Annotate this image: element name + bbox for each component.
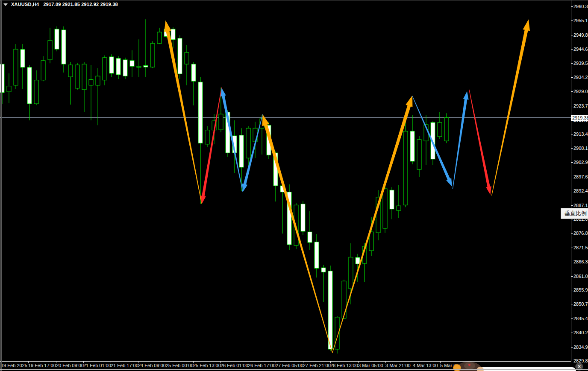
blue-arrow <box>453 91 469 189</box>
price-tick <box>571 20 573 21</box>
price-tick <box>571 290 573 290</box>
time-axis-label: 26 Feb 17:00 <box>248 363 276 368</box>
price-tick <box>571 233 573 234</box>
price-tick <box>571 333 573 333</box>
price-tick <box>571 191 573 191</box>
price-tick <box>571 205 573 206</box>
price-tick <box>571 304 573 304</box>
price-tick <box>571 49 573 50</box>
time-axis-label: 24 Feb 09:00 <box>138 363 166 368</box>
price-axis-label: 2897.65 <box>573 174 588 180</box>
time-axis-label: 3 Mar 05:00 <box>358 363 383 368</box>
price-tick <box>571 134 573 134</box>
time-axis-label: 21 Feb 17:00 <box>111 363 138 368</box>
chevron-down-icon[interactable] <box>3 3 8 6</box>
price-tick <box>571 276 573 277</box>
candles <box>0 19 449 353</box>
trend-arrows[interactable] <box>164 19 530 353</box>
price-axis-label: 2834.95 <box>573 345 588 350</box>
price-tick <box>571 347 573 348</box>
price-axis-label: 2850.70 <box>573 301 588 307</box>
price-axis-label: 2913.40 <box>573 131 588 137</box>
ohlc-values: 2917.09 2921.85 2912.92 2919.38 <box>43 2 118 7</box>
time-axis-label: 3 Mar 21:00 <box>385 363 411 368</box>
price-axis-label: 2876.80 <box>573 231 588 236</box>
orange-arrow <box>332 95 412 353</box>
time-axis-label: 27 Feb 21:00 <box>303 363 331 368</box>
time-axis-label: 4 Mar 13:00 <box>413 363 438 368</box>
price-axis-label: 2955.10 <box>573 18 588 23</box>
price-axis-label: 2871.55 <box>573 245 588 251</box>
mascot-hairpin <box>468 364 470 366</box>
time-axis-label: 28 Feb 13:00 <box>330 363 358 368</box>
mascot-face <box>477 367 484 371</box>
price-axis-label: 2840.20 <box>573 330 588 336</box>
price-tick <box>571 106 573 106</box>
time-axis-label: 27 Feb 05:00 <box>276 363 303 368</box>
price-tick <box>571 219 573 219</box>
time-axis-label: 19 Feb 2025 <box>1 363 27 368</box>
current-price-tag: 2919.38 <box>571 115 588 121</box>
price-tick <box>571 35 573 35</box>
price-axis-label: 2908.15 <box>573 146 588 151</box>
price-axis-label: 2960.35 <box>573 4 588 9</box>
symbol-period-label: XAUUSD,H4 <box>11 2 39 7</box>
price-tick <box>571 162 573 163</box>
price-axis-label: 2855.95 <box>573 287 588 293</box>
chart-title: XAUUSD,H42917.09 2921.85 2912.92 2919.38 <box>3 2 118 7</box>
price-axis-label: 2934.25 <box>573 75 588 80</box>
price-axis-label: 2861.05 <box>573 274 588 279</box>
orange-arrow <box>262 114 333 353</box>
price-axis-label: 2923.75 <box>573 103 588 109</box>
price-axis-label: 2866.30 <box>573 259 588 265</box>
price-tick <box>571 318 573 319</box>
blue-arrow <box>242 114 263 192</box>
red-arrow <box>200 88 222 204</box>
window-border-left-inner <box>1 0 2 371</box>
candlestick-chart[interactable] <box>0 0 571 362</box>
price-tick <box>571 177 573 177</box>
time-axis-label: 26 Feb 01:00 <box>220 363 248 368</box>
price-axis-label: 2892.40 <box>573 188 588 194</box>
price-tick <box>571 77 573 78</box>
time-axis-label: 25 Feb 13:00 <box>193 363 221 368</box>
price-axis-label: 2944.60 <box>573 47 588 52</box>
price-axis-label: 2902.90 <box>573 160 588 165</box>
mt4-chart-window: XAUUSD,H42917.09 2921.85 2912.92 2919.38… <box>0 0 588 371</box>
price-tick <box>571 91 573 92</box>
window-border-bottom <box>0 369 588 370</box>
price-tick <box>571 63 573 64</box>
price-tick <box>571 6 573 7</box>
vertical-scale-tooltip: 垂直比例 <box>561 208 588 219</box>
time-axis-separator <box>0 361 571 362</box>
time-axis-label: 20 Feb 09:00 <box>56 363 84 368</box>
price-tick <box>571 361 573 361</box>
price-axis-label: 2845.45 <box>573 316 588 321</box>
time-axis-label: 19 Feb 17:00 <box>28 363 56 368</box>
orange-arrow <box>491 19 530 196</box>
window-border-top <box>0 0 588 0</box>
time-axis-label: 25 Feb 00:00 <box>166 363 194 368</box>
window-border-left <box>0 0 0 371</box>
price-axis-separator <box>571 0 571 362</box>
time-axis-label: 21 Feb 01:00 <box>83 363 111 368</box>
price-tick <box>571 148 573 149</box>
price-axis-label: 2949.85 <box>573 32 588 38</box>
price-tick <box>571 248 573 248</box>
price-tick <box>571 262 573 262</box>
orange-arrow <box>164 20 202 204</box>
price-axis-label: 2929.00 <box>573 89 588 94</box>
red-arrow <box>469 90 491 195</box>
price-axis-label: 2939.50 <box>573 61 588 66</box>
